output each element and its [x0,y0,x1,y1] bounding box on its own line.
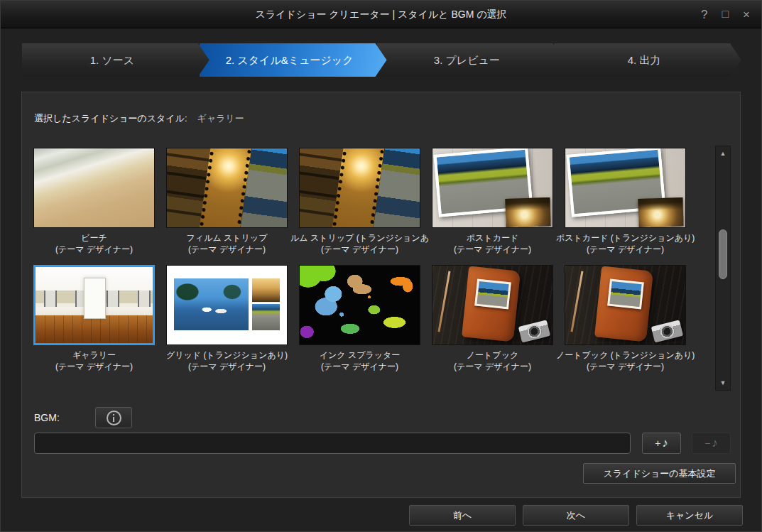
style-label: インク スプラッター (テーマ デザイナー) [290,349,429,372]
style-sub: (テーマ デザイナー) [25,244,163,255]
style-sub: (テーマ デザイナー) [290,244,429,255]
bgm-input[interactable] [34,433,631,454]
beach-art [34,148,154,227]
next-button[interactable]: 次へ [523,505,629,526]
previous-button[interactable]: 前へ [409,505,516,526]
help-icon[interactable]: ? [701,9,707,21]
wizard-steps: 1. ソース 2. スタイル&ミュージック 3. プレビュー 4. 出力 [22,43,741,77]
style-label: フィルム ストリップ (テーマ デザイナー) [158,232,296,255]
cancel-button[interactable]: キャンセル [636,505,743,526]
style-thumbnail-film-strip-transitions[interactable] [299,148,420,228]
style-thumbnail-film-strip[interactable] [166,148,288,228]
style-thumbnail-ink-splatter[interactable] [299,265,420,345]
ink-splatter-art [300,266,420,344]
titlebar: スライドショー クリエーター | スタイルと BGM の選択 ? □ × [1,1,761,28]
style-sub: (テーマ デザイナー) [556,244,695,255]
selected-style-value: ギャラリー [197,113,244,124]
art-layer [571,271,584,332]
postcard-art [565,148,685,227]
style-item-film-strip-transitions[interactable]: ルム ストリップ (トランジションあ (テーマ デザイナー) [299,148,420,255]
style-sub: (テーマ デザイナー) [25,361,163,372]
style-item-grid-transitions[interactable]: グリッド (トランジションあり) (テーマ デザイナー) [166,265,288,372]
tab-source[interactable]: 1. ソース [22,43,209,77]
film-strip-art [167,148,287,227]
window-controls: ? □ × [701,1,750,28]
art-layer [518,320,550,342]
selected-style-header: 選択したスライドショーのスタイル:ギャラリー [34,112,244,125]
remove-music-button[interactable]: −♪ [692,433,731,454]
style-sub: (テーマ デザイナー) [158,361,296,372]
gallery-art [36,267,153,343]
style-label: ノートブック (テーマ デザイナー) [423,349,562,372]
style-thumbnail-beach[interactable] [33,148,155,228]
style-name: ビーチ [25,232,163,244]
music-note-icon: ♪ [712,436,718,450]
style-item-gallery[interactable]: ギャラリー (テーマ デザイナー) [33,265,155,372]
film-strip-art [300,148,420,227]
style-sub: (テーマ デザイナー) [423,244,562,255]
art-layer [331,148,387,227]
style-item-film-strip[interactable]: フィルム ストリップ (テーマ デザイナー) [166,148,288,255]
window-title: スライドショー クリエーター | スタイルと BGM の選択 [1,1,761,28]
notebook-art [565,266,685,344]
style-name: グリッド (トランジションあり) [158,349,296,361]
grid-art [167,266,287,344]
style-item-notebook[interactable]: ノートブック (テーマ デザイナー) [432,265,553,372]
style-label: ノートブック (トランジションあり) (テーマ デザイナー) [556,349,695,372]
style-item-postcard-transitions[interactable]: ポストカード (トランジションあり) (テーマ デザイナー) [565,148,686,255]
style-grid-scrollbar[interactable]: ▲ ▼ [715,146,731,391]
scrollbar-thumb[interactable] [719,229,727,279]
style-sub: (テーマ デザイナー) [158,244,296,255]
style-label: ビーチ (テーマ デザイナー) [25,232,163,255]
style-grid: ビーチ (テーマ デザイナー) フィルム ストリップ (テーマ デザイナー) [33,148,701,382]
notebook-art [432,266,553,344]
style-sub: (テーマ デザイナー) [556,361,695,372]
style-name: インク スプラッター [290,349,429,361]
style-thumbnail-postcard[interactable] [432,148,553,228]
main-panel: 選択したスライドショーのスタイル:ギャラリー ビーチ (テーマ デザイナー) [21,92,741,498]
style-thumbnail-postcard-transitions[interactable] [565,148,686,228]
music-note-icon: ♪ [662,436,668,450]
style-name: ポストカード (トランジションあり) [556,232,695,244]
style-label: ルム ストリップ (トランジションあ (テーマ デザイナー) [290,232,429,255]
art-layer [84,278,107,319]
postcard-art [432,148,553,227]
bgm-info-button[interactable] [95,407,132,428]
selected-style-label: 選択したスライドショーのスタイル: [34,113,187,124]
style-thumbnail-grid-transitions[interactable] [166,265,288,345]
style-sub: (テーマ デザイナー) [423,361,562,372]
style-label: ポストカード (トランジションあり) (テーマ デザイナー) [556,232,695,255]
bgm-label: BGM: [34,412,60,423]
tab-style-music[interactable]: 2. スタイル&ミュージック [200,43,387,77]
style-label: ポストカード (テーマ デザイナー) [423,232,562,255]
style-item-postcard[interactable]: ポストカード (テーマ デザイナー) [432,148,553,255]
style-name: ノートブック [423,349,562,361]
art-layer [198,148,254,227]
style-thumbnail-gallery-selected[interactable] [33,265,155,345]
art-layer [651,320,683,342]
style-thumbnail-notebook[interactable] [432,265,553,345]
style-grid-row-1: ビーチ (テーマ デザイナー) フィルム ストリップ (テーマ デザイナー) [33,148,701,255]
close-icon[interactable]: × [743,9,750,21]
maximize-icon[interactable]: □ [722,9,729,20]
style-name: フィルム ストリップ [158,232,296,244]
style-label: グリッド (トランジションあり) (テーマ デザイナー) [158,349,296,372]
scroll-up-icon[interactable]: ▲ [716,148,730,159]
style-item-beach[interactable]: ビーチ (テーマ デザイナー) [33,148,155,255]
scroll-down-icon[interactable]: ▼ [716,377,730,389]
style-grid-row-2: ギャラリー (テーマ デザイナー) グリッド (トランジションあり) (テーマ … [33,265,701,372]
style-name: ノートブック (トランジションあり) [556,349,695,361]
style-name: ギャラリー [25,349,163,361]
plus-icon: + [655,438,660,449]
style-thumbnail-notebook-transitions[interactable] [565,265,686,345]
style-item-notebook-transitions[interactable]: ノートブック (トランジションあり) (テーマ デザイナー) [565,265,686,372]
info-icon [107,411,121,425]
style-name: ルム ストリップ (トランジションあ [290,232,429,244]
style-item-ink-splatter[interactable]: インク スプラッター (テーマ デザイナー) [299,265,420,372]
tab-preview[interactable]: 3. プレビュー [377,43,565,77]
tab-output[interactable]: 4. 出力 [554,43,741,77]
slideshow-settings-button[interactable]: スライドショーの基本設定 [583,463,736,484]
art-layer [438,271,451,332]
add-music-button[interactable]: +♪ [642,433,681,454]
style-sub: (テーマ デザイナー) [290,361,429,372]
